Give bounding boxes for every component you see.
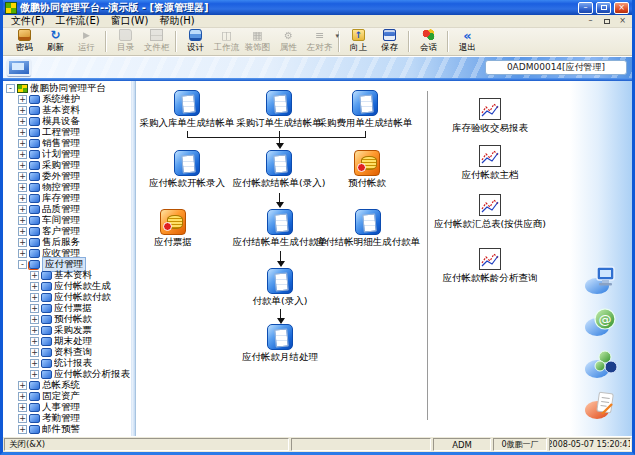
tree-expander[interactable]: + [30, 370, 39, 379]
tree-expander[interactable]: + [18, 238, 27, 247]
toolbar-button-icon [422, 29, 435, 41]
tree-expander[interactable]: + [30, 359, 39, 368]
toolbar-button[interactable]: 运行 [71, 29, 102, 54]
child-restore-button[interactable] [600, 16, 613, 27]
menu-item[interactable]: 文件(F) [6, 14, 50, 28]
menu-item[interactable]: 窗口(W) [106, 14, 154, 28]
chart-report-icon [479, 194, 501, 216]
flow-node[interactable]: 采购费用单生成结帐单 [300, 90, 430, 130]
computer-icon[interactable] [584, 262, 618, 296]
report-item[interactable]: 应付帐款汇总表(按供应商) [415, 194, 565, 231]
connector-arrow [277, 261, 285, 267]
tree-node-icon [29, 425, 40, 434]
tree-expander[interactable]: + [18, 95, 27, 104]
notes-icon[interactable] [584, 388, 618, 422]
tree-expander[interactable]: + [18, 183, 27, 192]
tree-node-icon [29, 194, 40, 203]
toolbar-button[interactable]: 退出 [452, 29, 483, 54]
flow-node[interactable]: 付款单(录入) [215, 268, 345, 308]
tree-expander[interactable]: + [18, 161, 27, 170]
tree-node-icon [41, 326, 52, 335]
toolbar-button[interactable]: 目录 [110, 29, 141, 54]
child-minimize-button[interactable]: – [584, 16, 597, 27]
tree-expander[interactable]: + [18, 227, 27, 236]
tree-expander[interactable]: + [30, 282, 39, 291]
toolbar-button-label: 密码 [16, 42, 33, 54]
toolbar: 密码刷新运行 目录文件柜 设计工作流装饰图属性左对齐 向上保存 会话 退出 [3, 28, 632, 56]
tree-expander[interactable]: + [18, 117, 27, 126]
toolbar-button-icon [251, 29, 264, 41]
contacts-icon[interactable] [584, 346, 618, 380]
tree-expander[interactable]: + [18, 194, 27, 203]
report-item[interactable]: 应付帐款帐龄分析查询 [415, 248, 565, 285]
toolbar-button-icon [313, 29, 326, 41]
toolbar-button[interactable]: 文件柜 [141, 29, 172, 54]
toolbar-button[interactable]: 向上 [343, 29, 374, 54]
close-button[interactable]: × [614, 2, 629, 14]
toolbar-button-label: 文件柜 [144, 42, 170, 54]
tree-node-icon [29, 238, 40, 247]
toolbar-button[interactable]: 刷新 [40, 29, 71, 54]
tree-expander[interactable]: + [30, 348, 39, 357]
tree-node-icon [41, 282, 52, 291]
toolbar-button-icon [220, 29, 233, 41]
tree-expander[interactable]: + [30, 326, 39, 335]
report-item[interactable]: 库存验收交易报表 [415, 98, 565, 135]
svg-text:@: @ [599, 312, 612, 327]
tree-expander[interactable]: + [18, 172, 27, 181]
tree-expander[interactable]: + [18, 106, 27, 115]
tree-expander[interactable]: + [18, 128, 27, 137]
tree-expander[interactable]: - [18, 260, 27, 269]
toolbar-button[interactable]: 工作流 [211, 29, 242, 54]
tree-expander[interactable]: + [30, 304, 39, 313]
toolbar-button[interactable]: 会话 [413, 29, 444, 54]
tree-expander[interactable]: + [18, 381, 27, 390]
tree-expander[interactable]: + [18, 392, 27, 401]
tree-node-icon [29, 172, 40, 181]
tree-expander[interactable]: + [18, 249, 27, 258]
flow-node[interactable]: 预付帐款 [302, 150, 432, 190]
tree-expander[interactable]: + [18, 216, 27, 225]
tree-node-icon [29, 392, 40, 401]
toolbar-button[interactable]: 左对齐 [304, 29, 335, 54]
toolbar-button[interactable]: 保存 [374, 29, 405, 54]
document-blue-icon [174, 90, 200, 116]
toolbar-button-label: 目录 [117, 42, 134, 54]
tree-expander[interactable]: + [18, 425, 27, 434]
tree-expander[interactable]: + [18, 139, 27, 148]
child-close-button[interactable]: × [616, 16, 629, 27]
tree-node-icon [41, 304, 52, 313]
restore-button[interactable] [596, 2, 611, 14]
tree-expander[interactable]: + [30, 293, 39, 302]
minimize-button[interactable]: – [578, 2, 593, 14]
tree-item[interactable]: + 邮件预警 [3, 424, 131, 435]
email-icon[interactable]: @ [584, 304, 618, 338]
tree-expander[interactable]: + [18, 205, 27, 214]
toolbar-button[interactable]: 密码 [9, 29, 40, 54]
status-close-label: 关闭(&X) [4, 438, 289, 451]
menu-item[interactable]: 帮助(H) [154, 14, 199, 28]
toolbar-button-label: 工作流 [214, 42, 240, 54]
menu-item[interactable]: 工作流(E) [51, 14, 105, 28]
tree-node-icon [41, 337, 52, 346]
tree-expander[interactable]: + [18, 403, 27, 412]
tree-expander[interactable]: + [30, 271, 39, 280]
quick-launch-strip: @ [570, 81, 632, 436]
toolbar-button-icon [383, 29, 396, 41]
toolbar-separator [408, 31, 410, 52]
tree-expander[interactable]: + [18, 414, 27, 423]
tree-expander[interactable]: - [6, 84, 15, 93]
report-item[interactable]: 应付帐款主档 [415, 145, 565, 182]
toolbar-group: 设计工作流装饰图属性左对齐 [180, 29, 335, 54]
tree-expander[interactable]: + [30, 337, 39, 346]
report-item-label: 应付帐款帐龄分析查询 [415, 272, 565, 285]
toolbar-button[interactable]: 设计 [180, 29, 211, 54]
flow-node[interactable]: 应付帐款月结处理 [215, 324, 345, 364]
flow-node[interactable]: 应付结帐明细生成付款单 [303, 209, 433, 249]
tree-expander[interactable]: + [30, 315, 39, 324]
tree-node-icon [29, 128, 40, 137]
tree-expander[interactable]: + [18, 150, 27, 159]
toolbar-button[interactable]: 属性 [273, 29, 304, 54]
toolbar-button[interactable]: 装饰图 [242, 29, 273, 54]
toolbar-group: 向上保存 [343, 29, 405, 54]
